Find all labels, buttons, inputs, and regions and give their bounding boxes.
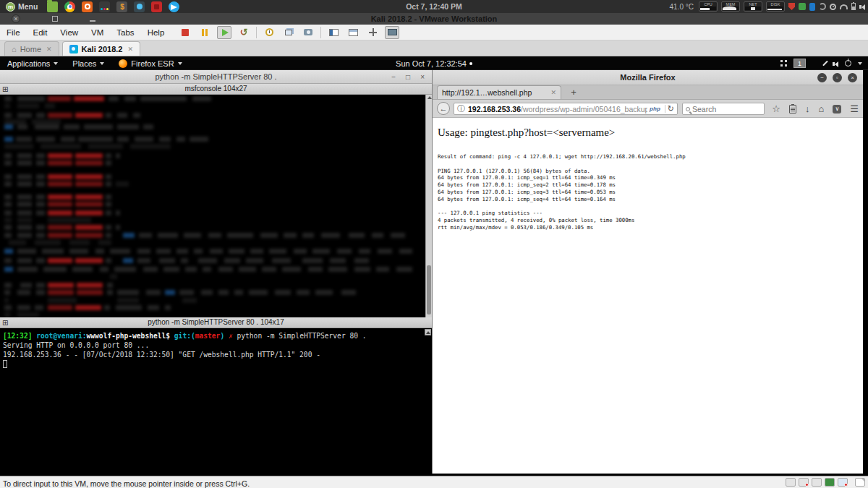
applications-menu[interactable]: Applications — [7, 59, 58, 68]
vmware-taskbar-icon[interactable] — [134, 1, 145, 12]
workspace-indicator[interactable]: 1 — [793, 59, 806, 68]
vm-message-log-icon[interactable] — [786, 478, 796, 487]
cpu-meter[interactable]: CPU — [699, 1, 718, 12]
mem-meter[interactable]: MEM — [721, 1, 740, 12]
search-input[interactable] — [692, 105, 750, 114]
suspend-button[interactable] — [197, 26, 212, 39]
console-view-button[interactable] — [326, 26, 341, 39]
site-info-icon[interactable]: ⓘ — [457, 103, 465, 114]
window-close-button[interactable]: × — [12, 14, 20, 23]
cinnamon-tray-icon[interactable] — [819, 3, 826, 10]
tab-webshell[interactable]: http://192.1…webshell.php ✕ — [437, 85, 561, 99]
vm-display[interactable]: Applications Places Firefox ESR Sun Oct … — [0, 56, 868, 474]
vm-harddisk-icon[interactable] — [799, 478, 809, 487]
wifi-tray-icon[interactable] — [840, 4, 848, 9]
play-icon — [222, 29, 229, 36]
msfconsole-pane[interactable] — [0, 95, 432, 317]
tab-home[interactable]: ⌂ Home ✕ — [4, 41, 59, 56]
power-off-button[interactable] — [178, 26, 192, 39]
battery-tray-icon[interactable] — [851, 3, 856, 10]
location-tray-icon[interactable] — [830, 4, 836, 10]
http-server-pane-header[interactable]: ⊞ python -m SimpleHTTPServer 80 . 104x17 — [0, 317, 432, 328]
terminal-window[interactable]: python -m SimpleHTTPServer 80 . − □ × ⊞ … — [0, 70, 432, 474]
menu-view[interactable]: View — [54, 25, 85, 40]
msfconsole-pane-header[interactable]: ⊞ msfconsole 104x27 — [0, 84, 432, 95]
host-clock[interactable]: Oct 7, 12:40 PM — [406, 0, 462, 13]
home-icon[interactable]: ⌂ — [818, 104, 824, 114]
menu-vm[interactable]: VM — [85, 25, 110, 40]
ink-app-launcher-icon[interactable] — [99, 1, 110, 12]
close-icon[interactable]: × — [420, 74, 425, 81]
fit-guest-button[interactable] — [365, 26, 380, 39]
vm-cdrom-icon[interactable] — [812, 478, 822, 487]
window-minimize-button[interactable] — [90, 20, 95, 22]
security-tray-icon[interactable] — [788, 3, 795, 10]
pause-icon — [205, 29, 208, 36]
tab-kali[interactable]: Kali 2018.2 ✕ — [62, 41, 140, 56]
hamburger-menu-icon[interactable]: ☰ — [850, 104, 859, 114]
finance-app-launcher-icon[interactable]: $ — [116, 1, 127, 12]
menu-tabs[interactable]: Tabs — [110, 25, 140, 40]
menu-help[interactable]: Help — [141, 25, 171, 40]
maximize-icon[interactable]: ▫ — [833, 73, 842, 82]
fit-guest-icon — [369, 28, 377, 36]
pocket-icon[interactable]: ∨ — [833, 105, 841, 114]
vm-clipboard-icon[interactable] — [855, 478, 865, 487]
take-snapshot-button[interactable] — [262, 26, 276, 39]
window-maximize-button[interactable] — [52, 16, 58, 22]
red-app-launcher-icon[interactable] — [151, 1, 162, 12]
places-menu[interactable]: Places — [72, 59, 104, 68]
http-server-pane[interactable]: [12:32] root@venari:wwwolf-php-webshell$… — [0, 328, 432, 474]
unity-view-button[interactable] — [346, 26, 360, 39]
revert-snapshot-button[interactable] — [281, 26, 296, 39]
pen-tray-icon[interactable] — [822, 61, 828, 67]
bookmark-star-icon[interactable]: ☆ — [772, 104, 780, 114]
indicator-grid-icon[interactable] — [780, 60, 787, 67]
reload-icon[interactable]: ↻ — [668, 104, 674, 114]
maximize-icon[interactable]: □ — [406, 74, 410, 81]
scroll-up-icon[interactable] — [427, 96, 432, 99]
firefox-titlebar[interactable]: Mozilla Firefox − ▫ × — [433, 70, 863, 85]
fullscreen-button[interactable] — [385, 26, 399, 39]
vmware-titlebar[interactable]: × Kali 2018.2 - VMware Workstation — [0, 13, 868, 25]
chrome-launcher-icon[interactable] — [64, 1, 75, 12]
net-meter[interactable]: NET — [744, 1, 762, 12]
orange-app-launcher-icon[interactable] — [82, 1, 93, 12]
close-icon[interactable]: × — [848, 73, 857, 82]
search-bar[interactable] — [682, 103, 765, 115]
kali-volume-icon[interactable] — [833, 59, 838, 68]
new-tab-button[interactable]: + — [566, 86, 582, 99]
file-manager-launcher-icon[interactable] — [47, 1, 58, 12]
menu-file[interactable]: File — [0, 25, 27, 40]
chevron-down-icon[interactable] — [858, 62, 862, 65]
bluetooth-tray-icon[interactable] — [809, 3, 815, 11]
snapshot-manager-button[interactable] — [301, 26, 315, 39]
update-manager-tray-icon[interactable] — [799, 3, 806, 10]
vm-network-adapter-icon[interactable] — [838, 478, 848, 487]
close-icon[interactable]: ✕ — [46, 46, 52, 53]
volume-tray-icon[interactable] — [859, 0, 865, 13]
telegram-launcher-icon[interactable] — [169, 1, 179, 12]
url-bar[interactable]: ⓘ 192.168.253.36 /wordpress/wp-admin/050… — [454, 103, 678, 115]
firefox-window[interactable]: Mozilla Firefox − ▫ × http://192.1…websh… — [432, 70, 863, 474]
terminal-scrollbar[interactable] — [425, 95, 432, 317]
disk-meter[interactable]: DISK — [766, 1, 785, 12]
close-icon[interactable]: ✕ — [127, 46, 133, 53]
menu-edit[interactable]: Edit — [27, 25, 54, 40]
power-on-button[interactable] — [217, 26, 231, 39]
minimize-icon[interactable]: − — [391, 74, 396, 81]
scrollbar-thumb[interactable] — [427, 265, 431, 314]
close-icon[interactable]: ✕ — [550, 89, 556, 96]
firefox-app-menu[interactable]: Firefox ESR — [119, 59, 182, 68]
bookmarks-menu-icon[interactable] — [789, 105, 796, 114]
power-menu-icon[interactable] — [845, 60, 851, 67]
scroll-up-icon[interactable] — [425, 329, 431, 335]
downloads-icon[interactable]: ↓ — [805, 104, 810, 114]
mint-menu-button[interactable]: m Menu — [3, 0, 41, 13]
kali-clock[interactable]: Sun Oct 7, 12:32:54 — [396, 56, 472, 70]
reset-button[interactable]: ↺ — [237, 26, 251, 39]
vm-floppy-icon[interactable] — [825, 478, 835, 487]
back-button[interactable]: ← — [437, 102, 450, 115]
minimize-icon[interactable]: − — [817, 73, 827, 82]
terminal-titlebar[interactable]: python -m SimpleHTTPServer 80 . − □ × — [0, 70, 432, 84]
